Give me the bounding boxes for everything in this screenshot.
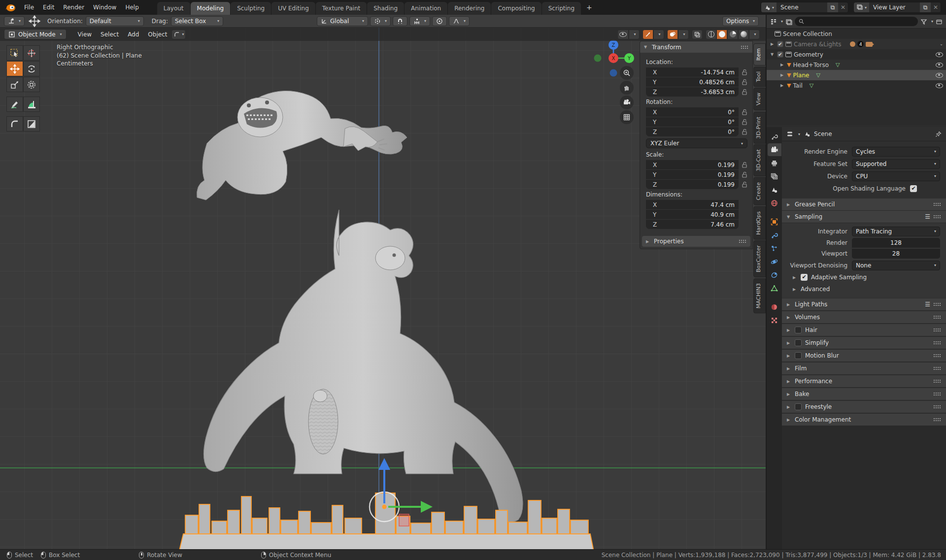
outliner-row-tail[interactable]: ▶ ▼ Tail ▽ <box>767 80 946 91</box>
hide-eye-icon[interactable] <box>936 63 943 67</box>
panel-checkbox[interactable] <box>795 339 802 346</box>
editor-type-icon[interactable] <box>786 131 793 137</box>
add-workspace-button[interactable]: + <box>581 1 597 13</box>
tab-output[interactable] <box>768 157 781 169</box>
tab-constraints[interactable] <box>768 268 781 281</box>
ortho-toggle-button[interactable] <box>620 110 634 124</box>
dimensions-field[interactable]: Z7.46 cm <box>646 220 739 229</box>
lock-icon[interactable] <box>742 109 747 115</box>
orientation-dropdown[interactable]: Default▾ <box>86 16 144 26</box>
osl-checkbox[interactable]: ✔ <box>910 185 917 192</box>
workspace-tab[interactable]: Animation <box>405 2 447 15</box>
show-gizmo-toggle[interactable] <box>642 30 653 39</box>
delete-scene-button[interactable]: ✕ <box>838 4 848 11</box>
expand-arrow[interactable]: ▶ <box>780 83 785 88</box>
overlays-dropdown[interactable]: ▾ <box>678 30 689 39</box>
device-dropdown[interactable]: CPU▾ <box>852 171 940 181</box>
snap-target-dropdown[interactable]: ▾ <box>409 16 430 26</box>
tab-view-layer[interactable] <box>768 170 781 183</box>
workspace-tab[interactable]: UV Editing <box>271 2 315 15</box>
workspace-tab[interactable]: Texture Paint <box>316 2 367 15</box>
adaptive-sampling-checkbox[interactable]: ✔ <box>801 274 808 281</box>
panel-header[interactable]: ▶ Film <box>782 362 946 375</box>
panel-header[interactable]: ▶ Simplify <box>782 337 946 349</box>
panel-checkbox[interactable] <box>795 403 802 410</box>
tab-render[interactable] <box>768 143 781 156</box>
filter-chevron[interactable]: ▾ <box>931 19 933 24</box>
tool-fillet[interactable] <box>6 116 23 132</box>
workspace-tab[interactable]: Sculpting <box>231 2 271 15</box>
n-panel-tab[interactable]: Create <box>753 177 766 205</box>
proportional-falloff-dropdown[interactable]: ▾ <box>449 16 470 26</box>
location-field[interactable]: Y0.48526 cm <box>646 77 739 87</box>
tab-object-data[interactable] <box>768 282 781 295</box>
workspace-tab[interactable]: Compositing <box>491 2 541 15</box>
tool-transform[interactable] <box>23 77 40 92</box>
tool-cursor[interactable] <box>23 45 40 61</box>
breadcrumb-scene-name[interactable]: Scene <box>814 131 832 137</box>
tool-scale[interactable] <box>6 77 23 92</box>
sampling-panel-header[interactable]: ▼Sampling ☰ <box>782 211 946 223</box>
hide-eye-icon[interactable] <box>936 52 943 57</box>
collection-checkbox[interactable]: ✔ <box>777 51 783 58</box>
visibility-toggle[interactable] <box>617 30 629 39</box>
tab-modifiers[interactable] <box>768 229 781 241</box>
blender-logo-icon[interactable] <box>4 2 17 12</box>
editor-type-chevron[interactable]: ▾ <box>798 132 800 136</box>
outliner-search-input[interactable] <box>795 17 918 26</box>
tab-object[interactable] <box>768 215 781 228</box>
model-plane-figure[interactable] <box>203 210 522 522</box>
tool-move[interactable] <box>6 61 23 76</box>
workspace-tab[interactable]: Modeling <box>191 2 231 15</box>
panel-grip[interactable] <box>741 45 748 49</box>
viewport-3d[interactable]: Object Mode▾ View Select Add Object ▾ ▾ <box>0 28 766 549</box>
integrator-dropdown[interactable]: Path Tracing▾ <box>852 227 940 236</box>
expand-arrow[interactable]: ▶ <box>780 73 785 77</box>
tab-physics[interactable] <box>768 255 781 268</box>
properties-panel-header[interactable]: ▶ Properties <box>642 236 750 247</box>
expand-arrow[interactable]: ▶ <box>780 63 785 67</box>
show-overlays-toggle[interactable] <box>667 30 678 39</box>
workspace-tab[interactable]: Rendering <box>448 2 491 15</box>
hide-eye-icon[interactable] <box>936 73 943 78</box>
menu-select[interactable]: Select <box>96 29 123 40</box>
shading-dropdown[interactable]: ▾ <box>749 30 760 39</box>
tool-rotate[interactable] <box>23 61 40 76</box>
n-panel-tab[interactable]: View <box>753 88 766 110</box>
menu-help[interactable]: Help <box>121 2 143 13</box>
transform-orientation-dropdown[interactable]: Global▾ <box>317 16 368 26</box>
tab-texture[interactable] <box>768 314 781 327</box>
panel-header[interactable]: ▶ Bake <box>782 388 946 400</box>
lock-icon[interactable] <box>742 89 747 95</box>
new-collection-icon[interactable] <box>936 18 943 25</box>
lock-icon[interactable] <box>742 119 747 125</box>
shading-rendered-button[interactable] <box>738 30 749 39</box>
menu-add[interactable]: Add <box>123 29 143 40</box>
lock-icon[interactable] <box>742 79 747 85</box>
lock-icon[interactable] <box>742 181 747 188</box>
filter-icon[interactable] <box>920 18 927 25</box>
camera-view-button[interactable] <box>620 96 634 109</box>
pan-button[interactable] <box>620 81 634 95</box>
render-engine-dropdown[interactable]: Cycles▾ <box>852 147 940 157</box>
shading-wireframe-button[interactable] <box>706 30 716 39</box>
mode-dropdown[interactable]: Object Mode▾ <box>4 29 67 39</box>
expand-arrow[interactable]: ▼ <box>771 52 775 57</box>
outliner-row-head-torso[interactable]: ▶ ▼ Head+Torso ▽ <box>767 60 946 70</box>
dimensions-field[interactable]: Y40.9 cm <box>646 210 739 219</box>
rotation-field[interactable]: Y0° <box>646 117 739 127</box>
dimensions-field[interactable]: X47.4 cm <box>646 200 739 209</box>
hide-eye-icon[interactable] <box>936 83 943 88</box>
panel-grip[interactable] <box>739 239 746 243</box>
n-panel-tab[interactable]: BoxCutter <box>753 240 766 277</box>
expand-arrow[interactable]: ▶ <box>771 42 775 46</box>
navigation-gizmo[interactable]: Z X Y <box>589 37 643 97</box>
viewport-samples-field[interactable]: 28 <box>852 249 940 259</box>
gizmo-dropdown[interactable]: ▾ <box>653 30 664 39</box>
lock-icon[interactable] <box>742 129 747 135</box>
panel-checkbox[interactable] <box>795 327 802 333</box>
snap-toggle[interactable] <box>393 16 407 26</box>
outliner-row-plane[interactable]: ▶ ▼ Plane ▽ <box>767 70 946 80</box>
panel-header[interactable]: ▶ Motion Blur <box>782 350 946 362</box>
workspace-tab[interactable]: Scripting <box>542 2 581 15</box>
